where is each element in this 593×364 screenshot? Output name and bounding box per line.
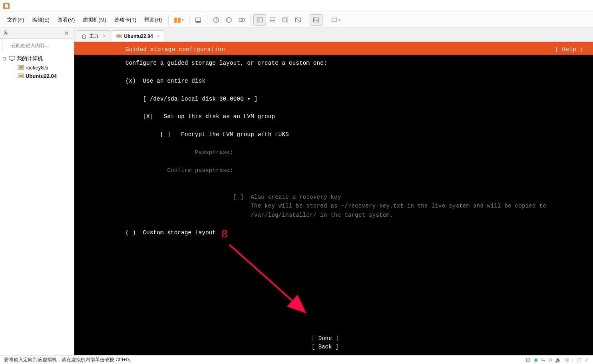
recovery-checkbox: [ ] [233, 194, 244, 200]
main-container: 库 ✕ ▼ ⊟ 我的计算机 rockey8.5 [0, 28, 593, 355]
tab-home[interactable]: 主页 × [77, 30, 110, 42]
svg-rect-25 [117, 35, 121, 37]
sidebar-title: 库 [3, 30, 8, 37]
status-disk-icon[interactable]: ⊟ [526, 357, 530, 363]
encrypt-checkbox[interactable]: [ ] Encrypt the LVM group with LUKS [160, 131, 289, 138]
installer-body: Configure a guided storage layout, or cr… [74, 55, 593, 237]
status-device-icons: ⊟ ◉ ⇆ ⎙ 🔉 ◎ | ▢ ⤢ [526, 357, 589, 363]
status-expand-icon[interactable]: ⤢ [585, 357, 589, 363]
separator [251, 15, 251, 25]
recovery-desc2: /var/log/installer/ in the target system… [251, 212, 393, 218]
status-network-icon[interactable]: ⇆ [541, 357, 545, 363]
tab-close-button[interactable]: × [103, 33, 106, 39]
sidebar-header: 库 ✕ [0, 28, 74, 39]
content-area: 主页 × Ubuntu22.04 × Guided storage config… [74, 28, 593, 355]
send-ctrl-alt-del-button[interactable] [192, 14, 205, 26]
option-custom-layout[interactable]: ( ) Custom storage layout [125, 229, 216, 236]
vmware-icon [3, 3, 10, 9]
option-entire-disk[interactable]: (X) Use an entire disk [125, 78, 205, 84]
view-single-button[interactable] [253, 14, 266, 26]
status-sound-icon[interactable]: 🔉 [555, 357, 561, 363]
tree-item-rockey[interactable]: rockey8.5 [0, 63, 74, 72]
view-fullscreen-button[interactable] [279, 14, 292, 26]
menu-view[interactable]: 查看(V) [54, 14, 79, 26]
vm-item-icon [18, 65, 24, 71]
svg-line-13 [296, 18, 301, 22]
svg-rect-19 [11, 60, 13, 61]
tree-root[interactable]: ⊟ 我的计算机 [0, 54, 74, 63]
passphrase-label: Passphrase: [195, 149, 233, 156]
status-bar: 要将输入定向到该虚拟机，请在虚拟机内部单击或按 Ctrl+G。 ⊟ ◉ ⇆ ⎙ … [0, 355, 593, 364]
installer-title: Guided storage configuration [125, 46, 225, 53]
vm-tree: ⊟ 我的计算机 rockey8.5 Ubuntu22.04 [0, 52, 74, 82]
installer-buttons: [ Done ] [ Back ] [74, 334, 593, 351]
menu-tabs[interactable]: 选项卡(T) [110, 14, 141, 26]
menu-file[interactable]: 文件(F) [3, 14, 28, 26]
svg-rect-1 [196, 22, 201, 22]
console-button[interactable] [310, 14, 322, 26]
tab-close-button[interactable]: × [157, 33, 160, 39]
tab-bar: 主页 × Ubuntu22.04 × [74, 28, 593, 42]
search-input[interactable] [2, 41, 74, 50]
svg-rect-8 [270, 18, 275, 22]
svg-rect-11 [284, 19, 287, 21]
svg-rect-21 [19, 66, 23, 69]
stretch-button[interactable]: ▾ [328, 14, 343, 26]
svg-rect-10 [283, 18, 288, 22]
sidebar-close-button[interactable]: ✕ [63, 30, 71, 36]
title-bar [0, 0, 593, 12]
manage-snapshot-button[interactable] [235, 14, 248, 26]
status-message-icon[interactable]: ▢ [577, 357, 581, 363]
tree-collapse-icon[interactable]: ⊟ [2, 56, 7, 61]
status-cd-icon[interactable]: ◉ [533, 357, 538, 363]
status-printer-icon[interactable]: ⎙ [549, 357, 552, 363]
menu-help[interactable]: 帮助(H) [140, 14, 166, 26]
computer-icon [9, 56, 15, 61]
svg-rect-18 [9, 56, 15, 60]
recovery-desc1: The key will be stored as ~/recovery-key… [251, 203, 546, 209]
recovery-label: Also create a recovery key [251, 194, 341, 200]
view-unity-button[interactable] [292, 14, 304, 26]
status-usb-icon[interactable]: ◎ [565, 357, 569, 363]
separator [207, 15, 207, 25]
vm-tab-icon [116, 34, 122, 39]
sidebar: 库 ✕ ▼ ⊟ 我的计算机 rockey8.5 [0, 28, 74, 355]
svg-rect-23 [19, 75, 23, 77]
separator [168, 15, 169, 25]
svg-rect-0 [196, 18, 201, 21]
vm-item-icon [18, 73, 24, 79]
status-text: 要将输入定向到该虚拟机，请在虚拟机内部单击或按 Ctrl+G。 [4, 356, 134, 363]
disk-selector[interactable]: [ /dev/sda local disk 30.000G ▾ ] [143, 96, 258, 102]
lvm-checkbox[interactable]: [X] Set up this disk as an LVM group [143, 113, 275, 120]
snapshot-button[interactable] [210, 14, 223, 26]
back-button[interactable]: [ Back ] [312, 343, 356, 351]
tab-ubuntu[interactable]: Ubuntu22.04 × [112, 30, 165, 42]
menu-bar: 文件(F) 编辑(E) 查看(V) 虚拟机(M) 选项卡(T) 帮助(H) ▮▮… [0, 12, 593, 28]
done-button[interactable]: [ Done ] [312, 334, 356, 343]
svg-rect-14 [314, 18, 319, 22]
revert-snapshot-button[interactable] [223, 14, 235, 26]
separator [189, 15, 189, 25]
installer-subtitle: Configure a guided storage layout, or cr… [125, 60, 327, 66]
installer-help-button[interactable]: [ Help ] [555, 46, 583, 53]
confirm-passphrase-label: Confirm passphrase: [167, 167, 233, 174]
separator [307, 15, 307, 25]
view-bottom-button[interactable] [266, 14, 279, 26]
svg-rect-15 [332, 18, 336, 22]
home-icon [81, 34, 87, 39]
svg-line-27 [229, 245, 304, 311]
separator [325, 15, 325, 25]
annotation-arrow [226, 241, 314, 321]
svg-point-5 [241, 18, 245, 22]
menu-edit[interactable]: 编辑(E) [28, 14, 54, 26]
tree-item-ubuntu[interactable]: Ubuntu22.04 [0, 72, 74, 80]
pause-button[interactable]: ▮▮▾ [171, 14, 187, 26]
installer-header: Guided storage configuration [ Help ] [74, 44, 593, 55]
svg-rect-6 [257, 18, 263, 22]
vm-console[interactable]: Guided storage configuration [ Help ] Co… [74, 42, 593, 355]
menu-vm[interactable]: 虚拟机(M) [79, 14, 110, 26]
